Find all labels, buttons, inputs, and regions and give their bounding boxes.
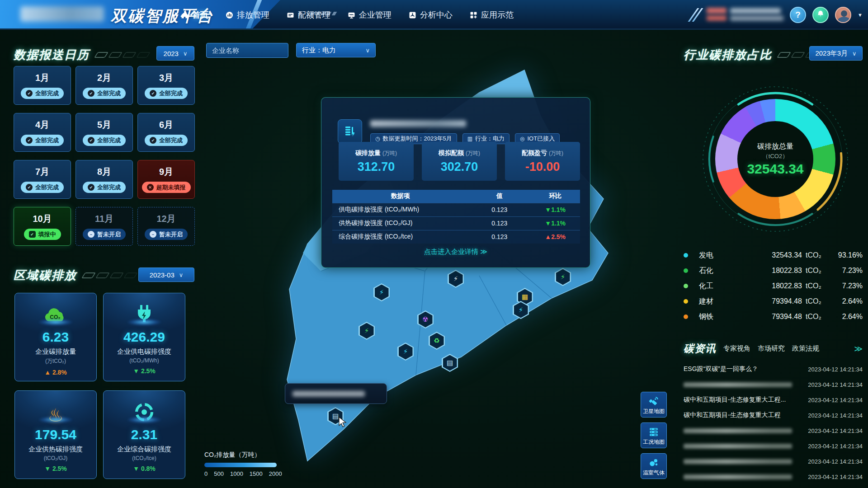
news-more-arrow-icon[interactable]: ≫ [854, 344, 863, 354]
nav-item-analysis[interactable]: 分析中心 [409, 9, 453, 20]
news-section-header: 碳资讯 专家视角 市场研究 政策法规 ≫ [684, 342, 863, 356]
industry-filter-dropdown[interactable]: 行业：电力 ∨ [296, 43, 376, 57]
legend-dot [684, 268, 688, 273]
news-item-redacted[interactable]: 2023-04-12 14:21:34 [684, 454, 863, 469]
news-list: ESG跟“双碳”是一回事么？2023-04-12 14:21:34 2023-0… [684, 361, 863, 484]
popup-header: ◷数据更新时间：2023年5月 ▥行业：电力 ◎IOT已接入 [338, 119, 560, 144]
clock-icon: ◷ [375, 136, 380, 142]
region-card-composite[interactable]: 2.31 企业综合碳排强度 (tCO₂/tce) ▼ 0.8% [103, 390, 185, 479]
marker-glyph-icon: ⚡ [364, 327, 369, 335]
nav-item-quota[interactable]: 配额管理 [287, 9, 330, 20]
chevron-down-icon: ∨ [852, 50, 857, 57]
nav-label: 配额管理 [298, 9, 330, 20]
news-title-redacted [684, 474, 792, 479]
company-search-input[interactable] [206, 43, 288, 58]
nav-item-demo[interactable]: 应用示范 [470, 9, 514, 20]
legend-row-power[interactable]: 发电32543.34tCO₂93.16% [684, 248, 863, 263]
map-marker[interactable]: ⚡ [397, 343, 414, 361]
map-marker[interactable]: ▤ [442, 354, 458, 372]
map-marker[interactable]: ♻ [429, 332, 445, 350]
news-title: 碳资讯 [684, 342, 716, 356]
region-period-value: 2023-03 [150, 271, 175, 279]
popup-stats: 碳排放量 (万吨) 312.70 模拟配额 (万吨) 302.70 配额盈亏 (… [339, 142, 580, 181]
notifications-button[interactable] [812, 7, 829, 23]
calendar-year-value: 2023 [164, 50, 179, 57]
region-card-emission[interactable]: CO₂ 6.23 企业碳排放量 (万tCO₂) ▲ 2.8% [14, 293, 97, 381]
stat-unit: (万tCO₂) [45, 357, 66, 365]
analysis-icon [409, 11, 416, 19]
stat-value: 426.29 [123, 329, 165, 345]
stat-label: 企业碳排放量 [35, 347, 76, 356]
satellite-map-button[interactable]: 卫星地图 [641, 392, 667, 418]
main-nav: 首页 排放管理 配额管理 企业管理 分析中心 应用示范 [181, 0, 514, 30]
table-header-delta: 环比 [530, 190, 580, 203]
title-decoration [96, 52, 149, 58]
news-item[interactable]: 碳中和五期项目-生态修复重大工程...2023-04-12 14:21:34 [684, 392, 863, 408]
brand-logo-redacted [20, 6, 104, 22]
legend-row-chemical[interactable]: 化工18022.83tCO₂7.23% [684, 278, 863, 294]
calendar-title-text: 数据报送日历 [14, 47, 90, 63]
enterprise-monitor-icon [348, 11, 355, 19]
map-marker[interactable]: ⚡ [373, 283, 390, 301]
news-tab-expert[interactable]: 专家视角 [723, 344, 750, 353]
stat-delta: ▼ 0.8% [133, 465, 156, 472]
map-marker[interactable]: ⚡ [448, 270, 464, 288]
map-marker[interactable]: ⚡ [555, 268, 571, 286]
region-period-dropdown[interactable]: 2023-03 ∨ [138, 267, 194, 282]
mouse-cursor [338, 417, 348, 427]
news-item[interactable]: ESG跟“双碳”是一回事么？2023-04-12 14:21:34 [684, 361, 863, 377]
news-item[interactable]: 碳中和五期项目-生态修复重大工程2023-04-12 14:21:34 [684, 408, 863, 423]
news-item-redacted[interactable]: 2023-04-12 14:21:34 [684, 423, 863, 438]
legend-row-steel[interactable]: 钢铁79394.48tCO₂2.64% [684, 309, 863, 324]
industry-icon: ▥ [467, 136, 472, 142]
nav-item-home[interactable]: 首页 [181, 9, 208, 20]
industry-donut-chart[interactable]: 碳排放总量 （tCO2） 32543.34 [698, 82, 852, 236]
map-button-label: 工况地图 [643, 438, 665, 446]
home-icon [181, 11, 189, 19]
bell-icon [816, 10, 825, 20]
legend-row-building[interactable]: 建材79394.48tCO₂2.64% [684, 294, 863, 309]
glow-pedestal [38, 416, 73, 423]
stat-delta: ▲ 2.8% [44, 369, 67, 376]
news-tab-market[interactable]: 市场研究 [758, 344, 785, 353]
nav-item-enterprise[interactable]: 企业管理 [348, 9, 392, 20]
legend-row-petrochemical[interactable]: 石化18022.83tCO₂7.23% [684, 263, 863, 278]
map-marker[interactable]: ☢ [417, 310, 434, 328]
map-button-label: 卫星地图 [643, 408, 665, 415]
nav-label: 首页 [192, 9, 208, 20]
building-icon [338, 119, 362, 144]
stat-unit: (tCO₂/tce) [132, 455, 156, 461]
region-section-title: 区域碳排放 [14, 267, 136, 283]
chevron-down-icon: ∨ [183, 50, 188, 57]
top-navbar: 双碳智服平台 首页 排放管理 配额管理 企业管理 分析中心 [0, 0, 868, 30]
condition-map-button[interactable]: 工况地图 [641, 422, 667, 448]
region-card-heat[interactable]: ♨ 179.54 企业供热碳排强度 (tCO₂/GJ) ▼ 2.5% [14, 390, 97, 479]
greenhouse-gas-button[interactable]: 温室气体 [641, 453, 667, 479]
popup-stat-balance: 配额盈亏 (万吨) -10.00 [505, 142, 580, 181]
calendar-year-dropdown[interactable]: 2023 ∨ [156, 46, 194, 61]
help-button[interactable]: ? [790, 7, 806, 23]
iot-icon: ◎ [520, 136, 524, 142]
popup-intensity-table: 数据项 值 环比 供电碳排放强度 (tCO₂/MWh)0.123▼1.1% 供热… [332, 190, 580, 244]
nav-item-emission[interactable]: 排放管理 [226, 9, 269, 20]
enterprise-popup: ◷数据更新时间：2023年5月 ▥行业：电力 ◎IOT已接入 碳排放量 (万吨)… [321, 97, 590, 268]
news-item-redacted[interactable]: 2023-04-12 14:21:34 [684, 377, 863, 392]
industry-period-value: 2023年3月 [815, 49, 848, 58]
enterprise-detail-link[interactable]: 点击进入企业详情 ≫ [321, 248, 590, 256]
chevron-down-icon: ∨ [179, 272, 184, 278]
popup-stat-value: 312.70 [358, 160, 395, 174]
popup-stat-value: 302.70 [441, 160, 478, 174]
chevron-down-icon[interactable]: ▼ [858, 12, 863, 18]
glow-pedestal [127, 416, 162, 423]
news-tab-policy[interactable]: 政策法规 [792, 344, 819, 353]
map-marker[interactable]: ⚡ [359, 322, 375, 340]
region-card-power[interactable]: 426.29 企业供电碳排强度 (tCO₂/MWh) ▼ 2.5% [103, 293, 185, 381]
marker-glyph-icon: ⚡ [403, 347, 408, 356]
industry-period-dropdown[interactable]: 2023年3月 ∨ [809, 46, 863, 61]
news-item-redacted[interactable]: 2023-04-12 14:21:34 [684, 469, 863, 484]
donut-center-unit: （tCO2） [763, 152, 788, 160]
news-item-redacted[interactable]: 2023-04-12 14:21:34 [684, 438, 863, 454]
user-avatar[interactable] [835, 7, 851, 23]
industry-legend: 发电32543.34tCO₂93.16% 石化18022.83tCO₂7.23%… [684, 248, 863, 324]
nav-label: 排放管理 [237, 9, 269, 20]
